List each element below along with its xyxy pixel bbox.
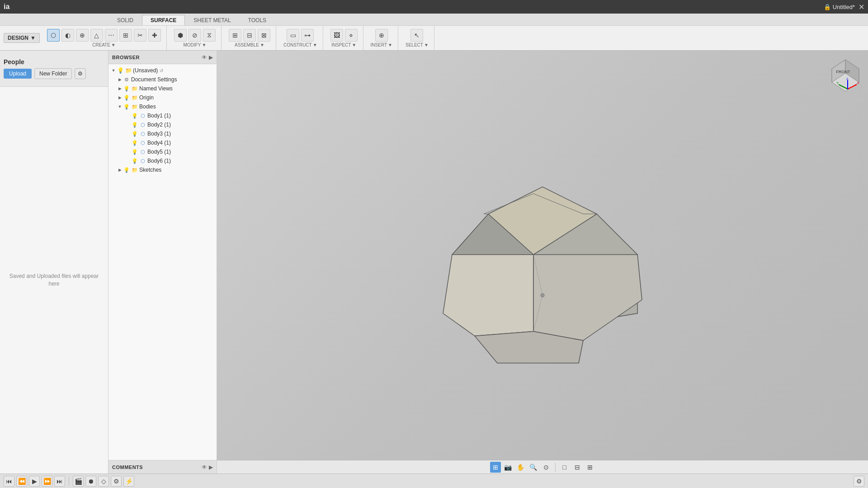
tab-solid[interactable]: SOLID — [108, 15, 142, 25]
expand-named-views[interactable]: ▶ — [117, 85, 123, 92]
revolve-icon[interactable]: ◐ — [61, 29, 74, 42]
tree-body4[interactable]: ▶ 💡 ⬡ Body4 (1) — [108, 138, 217, 147]
body6-bulb: 💡 — [131, 157, 138, 164]
play-end-button[interactable]: ⏭ — [54, 476, 65, 487]
svg-marker-14 — [533, 255, 642, 341]
body2-icon: ⬡ — [139, 121, 146, 128]
sketches-label: Sketches — [139, 167, 161, 173]
toolbar-group-insert: ⊕ INSERT ▼ — [365, 26, 398, 50]
assemble-label: ASSEMBLE — [235, 42, 259, 47]
patch-icon[interactable]: ⋯ — [105, 29, 118, 42]
play-next-button[interactable]: ⏩ — [42, 476, 52, 487]
title-bar-left: ia — [4, 3, 9, 11]
tree-bodies[interactable]: ▼ 💡 📁 Bodies — [108, 102, 217, 111]
inspect-icon2[interactable]: ⋄ — [345, 29, 358, 42]
modify-icon3[interactable]: ⧖ — [203, 29, 216, 42]
tree-origin[interactable]: ▶ 💡 📁 Origin — [108, 93, 217, 102]
extrude-icon[interactable]: ⬡ — [47, 29, 60, 42]
tree-sketches[interactable]: ▶ 💡 📁 Sketches — [108, 165, 217, 174]
people-title: People — [4, 58, 104, 66]
inspect-icon1[interactable]: 🖼 — [330, 29, 343, 42]
browser-expand-icon[interactable]: ▶ — [209, 54, 213, 61]
tree-root[interactable]: ▼ 💡 📁 (Unsaved) ↺ — [108, 66, 217, 75]
pan-button[interactable]: ✋ — [515, 462, 526, 473]
insert-icon1[interactable]: ⊕ — [375, 29, 388, 42]
loft-icon[interactable]: △ — [90, 29, 103, 42]
record-button[interactable]: ⏺ — [85, 476, 96, 487]
svg-line-6 — [839, 84, 848, 89]
doc-settings-label: Document Settings — [131, 76, 177, 83]
expand-bodies[interactable]: ▼ — [117, 103, 123, 110]
browser-panel: BROWSER 👁 ▶ ▼ 💡 📁 (Unsaved) ↺ ▶ ⚙ Docume… — [108, 51, 217, 474]
tab-tools[interactable]: TOOLS — [240, 15, 275, 25]
body6-icon: ⬡ — [139, 157, 146, 164]
tree-body1[interactable]: ▶ 💡 ⬡ Body1 (1) — [108, 111, 217, 120]
svg-line-4 — [848, 84, 857, 89]
modify-icon1[interactable]: ⬢ — [174, 29, 187, 42]
comments-expand-icon[interactable]: ▶ — [209, 464, 213, 470]
sweep-icon[interactable]: ⊕ — [76, 29, 89, 42]
offset-icon[interactable]: ✂ — [134, 29, 146, 42]
toolbar-group-create: ⬡ ◐ ⊕ △ ⋯ ⊞ ✂ ✚ CREATE ▼ — [42, 26, 167, 50]
close-button[interactable]: ✕ — [859, 3, 864, 11]
sketches-folder: 📁 — [131, 166, 138, 174]
construct-icon2[interactable]: ⊶ — [301, 29, 314, 42]
tree-doc-settings[interactable]: ▶ ⚙ Document Settings — [108, 75, 217, 84]
viewport-bottom-toolbar: ⊞ 📷 ✋ 🔍 ⊙ □ ⊟ ⊞ — [217, 460, 868, 474]
motion-button[interactable]: ⚡ — [123, 476, 134, 487]
play-button[interactable]: ▶ — [29, 476, 40, 487]
capture-button[interactable]: 🎬 — [73, 476, 84, 487]
unsaved-icon: ↺ — [160, 68, 163, 73]
display-mode-button[interactable]: □ — [559, 462, 570, 473]
bottom-settings-button[interactable]: ⚙ — [854, 476, 864, 487]
browser-header: BROWSER 👁 ▶ — [108, 51, 217, 64]
toolbar-group-construct: ▭ ⊶ CONSTRUCT ▼ — [278, 26, 323, 50]
env-button[interactable]: ⊞ — [585, 462, 595, 473]
new-folder-button[interactable]: New Folder — [34, 68, 72, 79]
separator1 — [555, 463, 556, 472]
expand-origin[interactable]: ▶ — [117, 94, 123, 101]
body5-label: Body5 (1) — [147, 149, 171, 155]
camera-button[interactable]: 📷 — [503, 462, 514, 473]
design-dropdown[interactable]: DESIGN ▼ — [4, 33, 40, 43]
expand-root[interactable]: ▼ — [110, 67, 117, 74]
select-icon1[interactable]: ↖ — [410, 29, 423, 42]
app-title: ia — [4, 3, 9, 11]
ruler-icon[interactable]: ⊞ — [119, 29, 132, 42]
body6-label: Body6 (1) — [147, 158, 171, 164]
comments-eye-icon[interactable]: 👁 — [202, 464, 207, 470]
view-mode-button[interactable]: ⊞ — [490, 462, 501, 473]
plane-icon[interactable]: ✚ — [148, 29, 161, 42]
expand-doc-settings[interactable]: ▶ — [117, 76, 123, 83]
browser-eye-icon[interactable]: 👁 — [202, 54, 207, 61]
toolbar-group-assemble: ⊞ ⊟ ⊠ ASSEMBLE ▼ — [223, 26, 276, 50]
sidebar-settings-button[interactable]: ⚙ — [75, 68, 86, 79]
tree-body5[interactable]: ▶ 💡 ⬡ Body5 (1) — [108, 147, 217, 156]
tree-body3[interactable]: ▶ 💡 ⬡ Body3 (1) — [108, 129, 217, 138]
expand-sketches[interactable]: ▶ — [117, 167, 123, 173]
toolbar-group-inspect: 🖼 ⋄ INSPECT ▼ — [325, 26, 363, 50]
modify-label: MODIFY — [184, 42, 201, 47]
tree-body6[interactable]: ▶ 💡 ⬡ Body6 (1) — [108, 156, 217, 165]
modify-icon2[interactable]: ⊘ — [189, 29, 201, 42]
assemble-icon1[interactable]: ⊞ — [229, 29, 241, 42]
visual-style-button[interactable]: ⊟ — [572, 462, 583, 473]
tab-sheet-metal[interactable]: SHEET METAL — [185, 15, 239, 25]
play-prev-button[interactable]: ⏪ — [16, 476, 27, 487]
viewport-canvas[interactable]: FRONT X Y Z — [217, 51, 868, 460]
assemble-icon2[interactable]: ⊟ — [243, 29, 256, 42]
tab-surface[interactable]: SURFACE — [142, 15, 185, 25]
construct-icon1[interactable]: ▭ — [287, 29, 299, 42]
viewport[interactable]: FRONT X Y Z — [217, 51, 868, 474]
play-start-button[interactable]: ⏮ — [4, 476, 14, 487]
tree-named-views[interactable]: ▶ 💡 📁 Named Views — [108, 84, 217, 93]
body5-bulb: 💡 — [131, 148, 138, 155]
anim-settings-button[interactable]: ⚙ — [111, 476, 122, 487]
bodies-label: Bodies — [139, 103, 156, 110]
assemble-icon3[interactable]: ⊠ — [258, 29, 270, 42]
fit-button[interactable]: ⊙ — [541, 462, 552, 473]
zoom-button[interactable]: 🔍 — [528, 462, 539, 473]
keyframe-button[interactable]: ◇ — [98, 476, 109, 487]
upload-button[interactable]: Upload — [4, 69, 32, 79]
tree-body2[interactable]: ▶ 💡 ⬡ Body2 (1) — [108, 120, 217, 129]
